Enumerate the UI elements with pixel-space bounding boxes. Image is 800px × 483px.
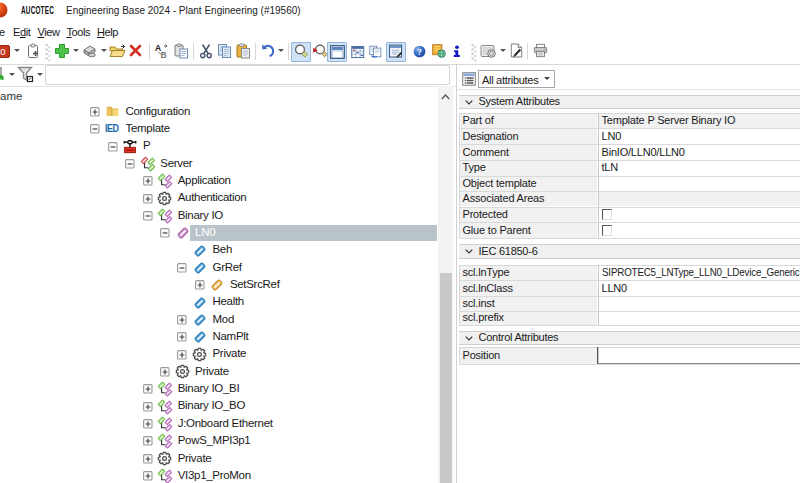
- svg-text:?: ?: [417, 47, 421, 57]
- svg-text:B: B: [161, 50, 167, 60]
